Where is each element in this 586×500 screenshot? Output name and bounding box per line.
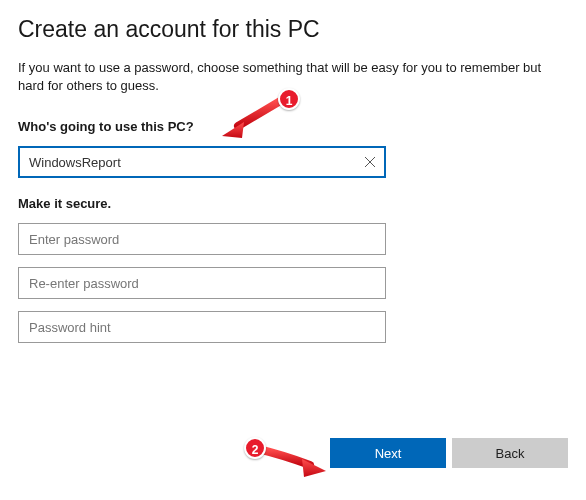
username-input[interactable] — [18, 146, 386, 178]
page-subtitle: If you want to use a password, choose so… — [18, 59, 563, 95]
annotation-2: 2 — [238, 437, 328, 485]
next-button[interactable]: Next — [330, 438, 446, 468]
svg-marker-3 — [302, 459, 326, 477]
section-label-user: Who's going to use this PC? — [18, 119, 568, 134]
password-input[interactable] — [18, 223, 386, 255]
password-hint-input[interactable] — [18, 311, 386, 343]
footer-buttons: Next Back — [330, 438, 568, 468]
close-icon — [364, 156, 376, 168]
page-title: Create an account for this PC — [18, 16, 568, 43]
clear-icon[interactable] — [360, 152, 380, 172]
reenter-password-input[interactable] — [18, 267, 386, 299]
section-label-secure: Make it secure. — [18, 196, 568, 211]
username-field-wrap — [18, 146, 386, 178]
arrow-icon — [238, 437, 328, 485]
back-button[interactable]: Back — [452, 438, 568, 468]
annotation-badge-2: 2 — [244, 437, 266, 459]
